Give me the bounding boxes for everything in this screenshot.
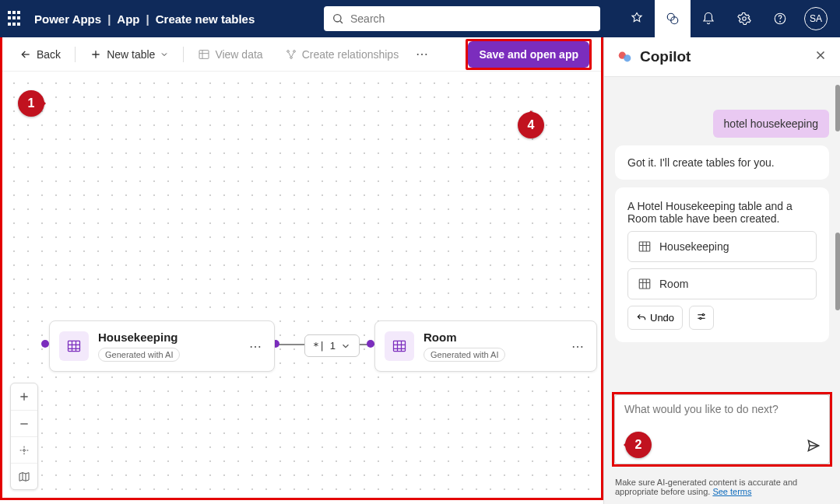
save-and-open-app-button[interactable]: Save and open app <box>468 41 589 68</box>
svg-rect-11 <box>69 341 80 351</box>
canvas-toolbar: Back New table View data Create relation… <box>2 37 601 72</box>
callout-2: 2 <box>625 432 652 458</box>
zoom-in-button[interactable] <box>11 383 37 410</box>
chevron-down-icon <box>340 341 351 352</box>
table-icon <box>638 240 652 254</box>
svg-line-1 <box>340 21 343 23</box>
relationship-badge[interactable]: *|1 <box>304 334 360 357</box>
svg-point-8 <box>286 50 289 52</box>
copilot-table-ref-room[interactable]: Room <box>627 268 817 299</box>
svg-rect-16 <box>639 242 650 251</box>
copilot-panel: Copilot hotel housekeeping Got it. I'll … <box>603 37 840 504</box>
svg-rect-7 <box>199 50 209 58</box>
create-relationships-button[interactable]: Create relationships <box>277 44 407 65</box>
card-more-icon[interactable]: ⋯ <box>568 336 587 357</box>
callout-1: 1 <box>18 90 44 117</box>
table-icon <box>198 48 210 61</box>
node-port-left[interactable] <box>41 340 49 348</box>
scrollbar-thumb[interactable] <box>835 233 840 310</box>
svg-point-4 <box>743 17 747 21</box>
sliders-icon <box>696 311 707 322</box>
crumb-page: Create new tables <box>156 12 255 26</box>
user-message: hotel housekeeping <box>713 110 829 138</box>
help-icon[interactable] <box>762 0 798 37</box>
app-launcher-icon[interactable] <box>6 9 25 28</box>
search-icon <box>332 12 344 25</box>
callout-4: 4 <box>518 112 544 138</box>
svg-point-13 <box>23 449 26 451</box>
table-icon <box>638 277 652 291</box>
environment-icon[interactable] <box>619 0 655 37</box>
copilot-message: Got it. I'll create tables for you. <box>615 145 829 180</box>
settings-icon[interactable] <box>726 0 762 37</box>
table-title: Housekeeping <box>98 331 180 344</box>
toolbar-more-icon[interactable]: ⋯ <box>413 42 431 66</box>
back-button[interactable]: Back <box>12 44 69 65</box>
ai-chip: Generated with AI <box>98 348 180 362</box>
avatar[interactable]: SA <box>804 7 828 30</box>
fit-view-button[interactable] <box>11 436 37 463</box>
relationship-icon <box>285 48 297 61</box>
svg-point-9 <box>293 50 295 52</box>
adjust-button[interactable] <box>689 306 714 330</box>
card-more-icon[interactable]: ⋯ <box>246 336 265 357</box>
new-table-button[interactable]: New table <box>82 44 177 65</box>
app-name[interactable]: Power Apps <box>34 12 101 26</box>
view-data-button[interactable]: View data <box>190 44 270 65</box>
scrollbar-thumb[interactable] <box>835 85 840 131</box>
svg-point-15 <box>624 54 631 61</box>
copilot-message: A Hotel Housekeeping table and a Room ta… <box>615 187 829 342</box>
chevron-down-icon <box>160 50 169 59</box>
svg-rect-12 <box>394 341 406 351</box>
map-button[interactable] <box>11 463 37 489</box>
svg-point-6 <box>780 21 781 22</box>
undo-icon <box>636 313 647 324</box>
send-icon <box>806 438 821 453</box>
canvas-background[interactable] <box>2 72 601 498</box>
svg-rect-17 <box>639 279 650 289</box>
svg-point-18 <box>702 314 704 316</box>
close-icon[interactable] <box>814 48 828 65</box>
search-box[interactable] <box>324 6 600 31</box>
notifications-icon[interactable] <box>691 0 726 37</box>
canvas-area: Back New table View data Create relation… <box>0 37 603 500</box>
breadcrumb: Power Apps | App | Create new tables <box>34 12 255 26</box>
table-card-room[interactable]: Room Generated with AI ⋯ <box>374 320 597 372</box>
see-terms-link[interactable]: See terms <box>712 487 751 496</box>
search-input[interactable] <box>350 12 592 25</box>
svg-point-19 <box>700 317 701 319</box>
table-icon <box>59 331 89 361</box>
copilot-title: Copilot <box>640 48 691 65</box>
crumb-app[interactable]: App <box>117 12 139 26</box>
copilot-footer: Make sure AI-generated content is accura… <box>604 473 840 504</box>
table-icon <box>385 331 414 361</box>
node-port-left[interactable] <box>367 340 374 348</box>
plus-icon <box>90 48 102 61</box>
ai-chip: Generated with AI <box>424 348 505 362</box>
copilot-table-ref-housekeeping[interactable]: Housekeeping <box>627 231 817 262</box>
undo-button[interactable]: Undo <box>627 306 683 330</box>
zoom-controls <box>10 383 38 490</box>
svg-point-10 <box>290 56 292 58</box>
table-card-housekeeping[interactable]: Housekeeping Generated with AI ⋯ <box>49 320 275 372</box>
svg-point-0 <box>334 15 341 22</box>
arrow-left-icon <box>19 48 32 61</box>
copilot-switch-icon[interactable] <box>655 0 691 37</box>
copilot-logo-icon <box>617 48 634 65</box>
send-button[interactable] <box>806 438 821 456</box>
zoom-out-button[interactable] <box>11 410 37 436</box>
table-title: Room <box>424 331 505 344</box>
